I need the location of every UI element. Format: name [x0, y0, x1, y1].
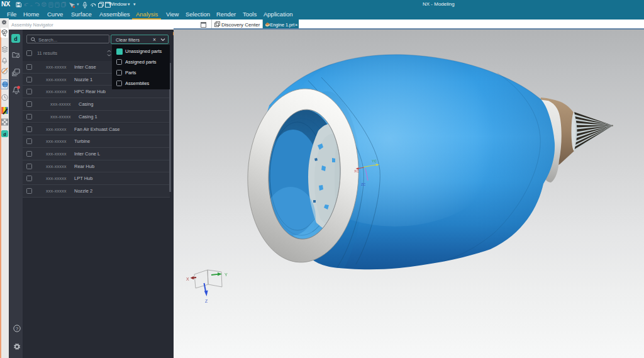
svg-text:d: d — [3, 131, 6, 137]
svg-text:X: X — [186, 277, 189, 281]
svg-text:YC: YC — [372, 159, 377, 163]
svg-text:XC: XC — [354, 169, 359, 173]
svg-text:d: d — [14, 36, 18, 42]
svg-text:Z: Z — [205, 299, 208, 303]
svg-text:ZC: ZC — [361, 182, 365, 186]
svg-text:Y: Y — [225, 272, 228, 277]
svg-text:?: ? — [16, 326, 19, 332]
